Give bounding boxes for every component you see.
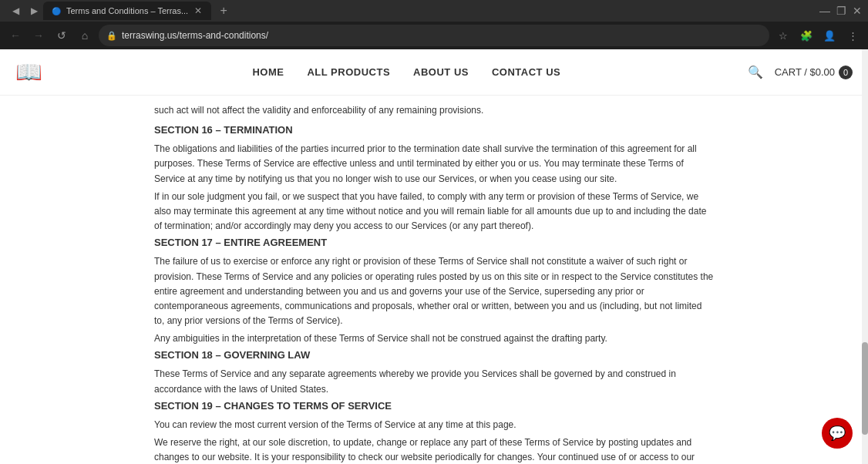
refresh-button[interactable]: ↺ [52, 26, 71, 45]
minimize-button[interactable]: — [819, 5, 830, 17]
close-button[interactable]: ✕ [853, 5, 862, 17]
cart-count: 0 [839, 66, 853, 79]
bookmark-icon[interactable]: ☆ [774, 26, 792, 45]
tab-title: Terms and Conditions – Terras... [66, 6, 188, 15]
forward-button[interactable]: → [29, 26, 48, 45]
cart-button[interactable]: CART / $0.00 0 [775, 66, 853, 79]
cart-label: CART / $0.00 [775, 66, 835, 78]
intro-partial-text: such act will not affect the validity an… [154, 103, 714, 118]
url-bar[interactable]: 🔒 terraswing.us/terms-and-conditions/ [99, 25, 769, 46]
section-18-para-1: These Terms of Service and any separate … [154, 367, 714, 396]
tab-favicon: 🔵 [51, 5, 62, 16]
home-button[interactable]: ⌂ [76, 26, 94, 45]
section-19-heading: SECTION 19 – CHANGES TO TERMS OF SERVICE [154, 400, 714, 412]
section-18-heading: SECTION 18 – GOVERNING LAW [154, 349, 714, 361]
nav-contact-us[interactable]: CONTACT US [492, 66, 560, 78]
address-bar-row: ← → ↺ ⌂ 🔒 terraswing.us/terms-and-condit… [0, 22, 868, 49]
contact-widget-icon: 💬 [829, 425, 846, 442]
section-19: SECTION 19 – CHANGES TO TERMS OF SERVICE… [154, 400, 714, 464]
section-16-para-2: If in our sole judgment you fail, or we … [154, 190, 714, 234]
back-button[interactable]: ← [6, 26, 25, 45]
section-19-para-2: We reserve the right, at our sole discre… [154, 435, 714, 464]
section-17-para-2: Any ambiguities in the interpretation of… [154, 331, 714, 346]
lock-icon: 🔒 [106, 31, 117, 41]
title-bar: ◀ ▶ 🔵 Terms and Conditions – Terras... ✕… [0, 0, 868, 22]
nav-home[interactable]: HOME [252, 66, 284, 78]
section-16-para-1: The obligations and liabilities of the p… [154, 142, 714, 187]
address-actions: ☆ 🧩 👤 ⋮ [774, 26, 862, 45]
nav-links: HOME ALL PRODUCTS ABOUT US CONTACT US [66, 66, 748, 78]
menu-icon[interactable]: ⋮ [843, 26, 862, 45]
tab-close-btn[interactable]: ✕ [193, 5, 204, 16]
browser-chrome: ◀ ▶ 🔵 Terms and Conditions – Terras... ✕… [0, 0, 868, 49]
profile-icon[interactable]: 👤 [820, 26, 839, 45]
section-19-para-1: You can review the most current version … [154, 418, 714, 432]
site-logo[interactable]: 📖 [15, 59, 42, 85]
section-16: SECTION 16 – TERMINATION The obligations… [154, 124, 714, 234]
logo-icon: 📖 [15, 59, 42, 85]
site-navigation: 📖 HOME ALL PRODUCTS ABOUT US CONTACT US … [0, 49, 868, 96]
url-text: terraswing.us/terms-and-conditions/ [122, 30, 762, 41]
scrollbar-thumb[interactable] [862, 342, 868, 435]
website: 📖 HOME ALL PRODUCTS ABOUT US CONTACT US … [0, 49, 868, 464]
extension-icon[interactable]: 🧩 [797, 26, 816, 45]
section-16-heading: SECTION 16 – TERMINATION [154, 124, 714, 136]
nav-back-window[interactable]: ◀ [6, 2, 25, 20]
main-content: such act will not affect the validity an… [0, 96, 868, 464]
search-button[interactable]: 🔍 [748, 65, 763, 79]
section-17: SECTION 17 – ENTIRE AGREEMENT The failur… [154, 237, 714, 346]
new-tab-button[interactable]: + [214, 2, 233, 20]
contact-widget[interactable]: 💬 [822, 418, 853, 449]
nav-right-actions: 🔍 CART / $0.00 0 [748, 65, 853, 79]
window-controls: — ❐ ✕ [819, 5, 862, 17]
nav-about-us[interactable]: ABOUT US [413, 66, 469, 78]
nav-all-products[interactable]: ALL PRODUCTS [307, 66, 390, 78]
section-18: SECTION 18 – GOVERNING LAW These Terms o… [154, 349, 714, 396]
section-17-heading: SECTION 17 – ENTIRE AGREEMENT [154, 237, 714, 248]
section-17-para-1: The failure of us to exercise or enforce… [154, 254, 714, 328]
active-tab[interactable]: 🔵 Terms and Conditions – Terras... ✕ [43, 2, 211, 20]
restore-button[interactable]: ❐ [836, 5, 846, 17]
nav-forward-window[interactable]: ▶ [25, 2, 43, 20]
